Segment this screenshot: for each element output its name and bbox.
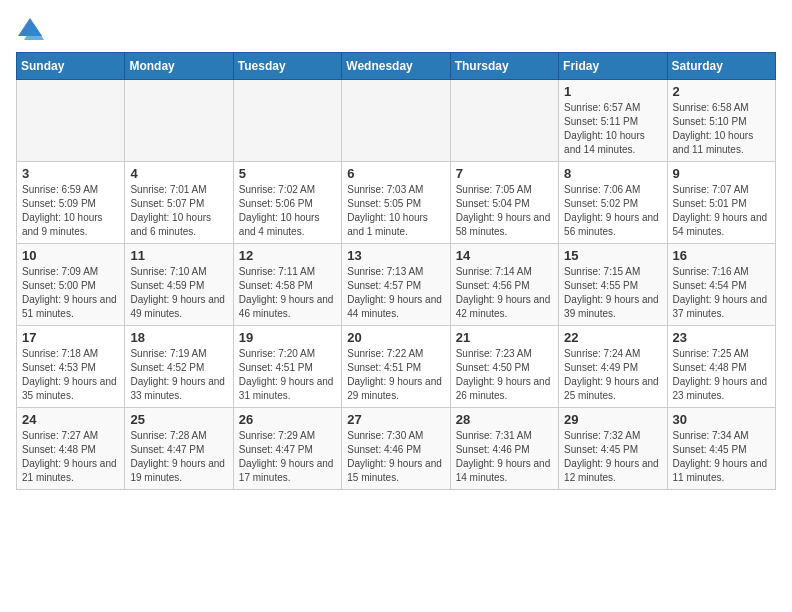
calendar-day-29: 29Sunrise: 7:32 AMSunset: 4:45 PMDayligh… [559,408,667,490]
day-number: 13 [347,248,444,263]
day-info: Sunrise: 7:22 AMSunset: 4:51 PMDaylight:… [347,347,444,403]
calendar-day-8: 8Sunrise: 7:06 AMSunset: 5:02 PMDaylight… [559,162,667,244]
day-info: Sunrise: 6:59 AMSunset: 5:09 PMDaylight:… [22,183,119,239]
calendar-week-row: 24Sunrise: 7:27 AMSunset: 4:48 PMDayligh… [17,408,776,490]
day-info: Sunrise: 7:29 AMSunset: 4:47 PMDaylight:… [239,429,336,485]
day-number: 29 [564,412,661,427]
day-number: 30 [673,412,770,427]
day-number: 17 [22,330,119,345]
calendar-day-9: 9Sunrise: 7:07 AMSunset: 5:01 PMDaylight… [667,162,775,244]
calendar-table: SundayMondayTuesdayWednesdayThursdayFrid… [16,52,776,490]
day-header-monday: Monday [125,53,233,80]
day-info: Sunrise: 7:13 AMSunset: 4:57 PMDaylight:… [347,265,444,321]
calendar-day-1: 1Sunrise: 6:57 AMSunset: 5:11 PMDaylight… [559,80,667,162]
day-number: 14 [456,248,553,263]
day-info: Sunrise: 7:30 AMSunset: 4:46 PMDaylight:… [347,429,444,485]
day-info: Sunrise: 7:28 AMSunset: 4:47 PMDaylight:… [130,429,227,485]
calendar-day-17: 17Sunrise: 7:18 AMSunset: 4:53 PMDayligh… [17,326,125,408]
day-header-sunday: Sunday [17,53,125,80]
day-info: Sunrise: 6:58 AMSunset: 5:10 PMDaylight:… [673,101,770,157]
page-header [16,16,776,44]
calendar-day-23: 23Sunrise: 7:25 AMSunset: 4:48 PMDayligh… [667,326,775,408]
day-info: Sunrise: 7:20 AMSunset: 4:51 PMDaylight:… [239,347,336,403]
day-info: Sunrise: 7:06 AMSunset: 5:02 PMDaylight:… [564,183,661,239]
day-number: 3 [22,166,119,181]
day-info: Sunrise: 7:14 AMSunset: 4:56 PMDaylight:… [456,265,553,321]
calendar-day-11: 11Sunrise: 7:10 AMSunset: 4:59 PMDayligh… [125,244,233,326]
day-info: Sunrise: 7:31 AMSunset: 4:46 PMDaylight:… [456,429,553,485]
calendar-day-24: 24Sunrise: 7:27 AMSunset: 4:48 PMDayligh… [17,408,125,490]
day-number: 9 [673,166,770,181]
calendar-empty-cell [450,80,558,162]
day-number: 26 [239,412,336,427]
calendar-day-18: 18Sunrise: 7:19 AMSunset: 4:52 PMDayligh… [125,326,233,408]
calendar-day-22: 22Sunrise: 7:24 AMSunset: 4:49 PMDayligh… [559,326,667,408]
day-number: 27 [347,412,444,427]
day-number: 15 [564,248,661,263]
day-number: 25 [130,412,227,427]
calendar-day-15: 15Sunrise: 7:15 AMSunset: 4:55 PMDayligh… [559,244,667,326]
day-info: Sunrise: 7:18 AMSunset: 4:53 PMDaylight:… [22,347,119,403]
day-number: 16 [673,248,770,263]
calendar-day-6: 6Sunrise: 7:03 AMSunset: 5:05 PMDaylight… [342,162,450,244]
calendar-day-26: 26Sunrise: 7:29 AMSunset: 4:47 PMDayligh… [233,408,341,490]
calendar-week-row: 1Sunrise: 6:57 AMSunset: 5:11 PMDaylight… [17,80,776,162]
day-number: 20 [347,330,444,345]
day-number: 8 [564,166,661,181]
calendar-day-20: 20Sunrise: 7:22 AMSunset: 4:51 PMDayligh… [342,326,450,408]
day-info: Sunrise: 7:03 AMSunset: 5:05 PMDaylight:… [347,183,444,239]
day-info: Sunrise: 7:02 AMSunset: 5:06 PMDaylight:… [239,183,336,239]
day-number: 22 [564,330,661,345]
day-info: Sunrise: 7:09 AMSunset: 5:00 PMDaylight:… [22,265,119,321]
day-header-friday: Friday [559,53,667,80]
calendar-day-3: 3Sunrise: 6:59 AMSunset: 5:09 PMDaylight… [17,162,125,244]
day-header-saturday: Saturday [667,53,775,80]
day-header-tuesday: Tuesday [233,53,341,80]
logo-icon [16,16,44,44]
day-info: Sunrise: 7:16 AMSunset: 4:54 PMDaylight:… [673,265,770,321]
calendar-week-row: 17Sunrise: 7:18 AMSunset: 4:53 PMDayligh… [17,326,776,408]
day-info: Sunrise: 7:07 AMSunset: 5:01 PMDaylight:… [673,183,770,239]
calendar-day-7: 7Sunrise: 7:05 AMSunset: 5:04 PMDaylight… [450,162,558,244]
calendar-empty-cell [342,80,450,162]
calendar-empty-cell [17,80,125,162]
day-info: Sunrise: 7:11 AMSunset: 4:58 PMDaylight:… [239,265,336,321]
calendar-week-row: 10Sunrise: 7:09 AMSunset: 5:00 PMDayligh… [17,244,776,326]
calendar-empty-cell [125,80,233,162]
day-header-thursday: Thursday [450,53,558,80]
day-number: 2 [673,84,770,99]
calendar-day-30: 30Sunrise: 7:34 AMSunset: 4:45 PMDayligh… [667,408,775,490]
day-header-wednesday: Wednesday [342,53,450,80]
day-info: Sunrise: 7:23 AMSunset: 4:50 PMDaylight:… [456,347,553,403]
day-number: 18 [130,330,227,345]
day-info: Sunrise: 7:32 AMSunset: 4:45 PMDaylight:… [564,429,661,485]
day-number: 24 [22,412,119,427]
calendar-day-27: 27Sunrise: 7:30 AMSunset: 4:46 PMDayligh… [342,408,450,490]
day-number: 4 [130,166,227,181]
calendar-day-4: 4Sunrise: 7:01 AMSunset: 5:07 PMDaylight… [125,162,233,244]
day-number: 11 [130,248,227,263]
calendar-day-5: 5Sunrise: 7:02 AMSunset: 5:06 PMDaylight… [233,162,341,244]
calendar-day-16: 16Sunrise: 7:16 AMSunset: 4:54 PMDayligh… [667,244,775,326]
calendar-day-25: 25Sunrise: 7:28 AMSunset: 4:47 PMDayligh… [125,408,233,490]
day-number: 1 [564,84,661,99]
day-info: Sunrise: 7:25 AMSunset: 4:48 PMDaylight:… [673,347,770,403]
calendar-header-row: SundayMondayTuesdayWednesdayThursdayFrid… [17,53,776,80]
calendar-day-12: 12Sunrise: 7:11 AMSunset: 4:58 PMDayligh… [233,244,341,326]
calendar-week-row: 3Sunrise: 6:59 AMSunset: 5:09 PMDaylight… [17,162,776,244]
calendar-day-2: 2Sunrise: 6:58 AMSunset: 5:10 PMDaylight… [667,80,775,162]
day-info: Sunrise: 7:05 AMSunset: 5:04 PMDaylight:… [456,183,553,239]
calendar-day-21: 21Sunrise: 7:23 AMSunset: 4:50 PMDayligh… [450,326,558,408]
day-number: 19 [239,330,336,345]
calendar-day-13: 13Sunrise: 7:13 AMSunset: 4:57 PMDayligh… [342,244,450,326]
calendar-day-28: 28Sunrise: 7:31 AMSunset: 4:46 PMDayligh… [450,408,558,490]
day-number: 10 [22,248,119,263]
day-info: Sunrise: 7:24 AMSunset: 4:49 PMDaylight:… [564,347,661,403]
day-info: Sunrise: 7:27 AMSunset: 4:48 PMDaylight:… [22,429,119,485]
calendar-day-19: 19Sunrise: 7:20 AMSunset: 4:51 PMDayligh… [233,326,341,408]
calendar-day-10: 10Sunrise: 7:09 AMSunset: 5:00 PMDayligh… [17,244,125,326]
day-info: Sunrise: 7:34 AMSunset: 4:45 PMDaylight:… [673,429,770,485]
day-info: Sunrise: 7:15 AMSunset: 4:55 PMDaylight:… [564,265,661,321]
day-info: Sunrise: 7:01 AMSunset: 5:07 PMDaylight:… [130,183,227,239]
day-info: Sunrise: 7:10 AMSunset: 4:59 PMDaylight:… [130,265,227,321]
